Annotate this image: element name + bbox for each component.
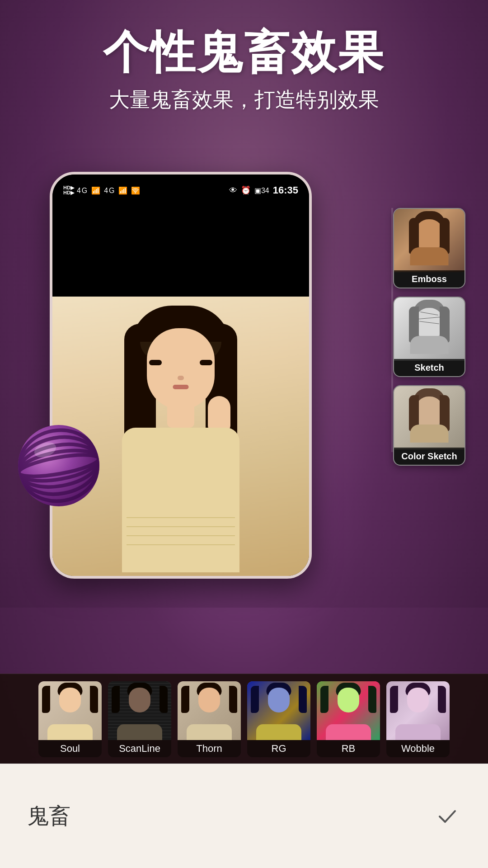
camera-viewfinder-black: [52, 206, 309, 297]
filter-item-scanline[interactable]: ScanLine: [108, 681, 171, 757]
status-right: 👁 ⏰ ▣34 16:35: [229, 184, 298, 196]
main-title: 个性鬼畜效果: [0, 27, 488, 77]
soul-preview: [38, 681, 102, 740]
bottom-category-label: 鬼畜: [27, 802, 70, 830]
rg-preview: [247, 681, 310, 740]
emboss-preview: [394, 209, 465, 272]
battery-icon: ▣34: [254, 186, 269, 195]
checkmark-icon[interactable]: [434, 802, 461, 830]
filter-item-wobble[interactable]: Wobble: [386, 681, 450, 757]
clock-icon: ⏰: [241, 185, 251, 195]
sketch-preview: [394, 297, 465, 361]
emboss-label: Emboss: [394, 270, 465, 288]
status-bar: HD▶ HD▶ 4G 📶 4G 📶 🛜 👁 ⏰ ▣34 16:35: [52, 175, 309, 206]
hd-icon: HD▶ HD▶: [63, 185, 74, 195]
color-sketch-preview: [394, 386, 465, 449]
wobble-preview: [386, 681, 450, 740]
phone-mockup: HD▶ HD▶ 4G 📶 4G 📶 🛜 👁 ⏰ ▣34 16:35: [50, 172, 312, 579]
filter-item-soul[interactable]: Soul: [38, 681, 102, 757]
header-area: 个性鬼畜效果 大量鬼畜效果，打造特别效果: [0, 27, 488, 114]
rb-label: RB: [317, 740, 380, 757]
soul-label: Soul: [38, 740, 102, 757]
thorn-preview: [178, 681, 241, 740]
effects-panel: Emboss Sketch: [393, 208, 465, 466]
effect-thumb-sketch[interactable]: Sketch: [393, 297, 465, 377]
signal-icons: 4G 📶 4G 📶 🛜: [77, 186, 141, 195]
filter-strip: Soul ScanLine Th: [0, 674, 488, 764]
bottom-divider: [0, 764, 488, 764]
thorn-label: Thorn: [178, 740, 241, 757]
eye-icon: 👁: [229, 186, 237, 195]
sketch-label: Sketch: [394, 359, 465, 376]
status-left: HD▶ HD▶ 4G 📶 4G 📶 🛜: [63, 185, 141, 195]
sub-title: 大量鬼畜效果，打造特别效果: [0, 86, 488, 114]
scanline-preview: [108, 681, 171, 740]
effect-thumb-emboss[interactable]: Emboss: [393, 208, 465, 288]
scanline-label: ScanLine: [108, 740, 171, 757]
filter-item-rb[interactable]: RB: [317, 681, 380, 757]
filter-item-rg[interactable]: RG: [247, 681, 310, 757]
time-display: 16:35: [273, 184, 298, 196]
rg-label: RG: [247, 740, 310, 757]
color-sketch-label: Color Sketch: [394, 448, 465, 465]
rb-preview: [317, 681, 380, 740]
effect-thumb-color-sketch[interactable]: Color Sketch: [393, 385, 465, 466]
wobble-label: Wobble: [386, 740, 450, 757]
purple-sphere: [14, 420, 104, 511]
filter-item-thorn[interactable]: Thorn: [178, 681, 241, 757]
bottom-bar: 鬼畜: [0, 764, 488, 868]
